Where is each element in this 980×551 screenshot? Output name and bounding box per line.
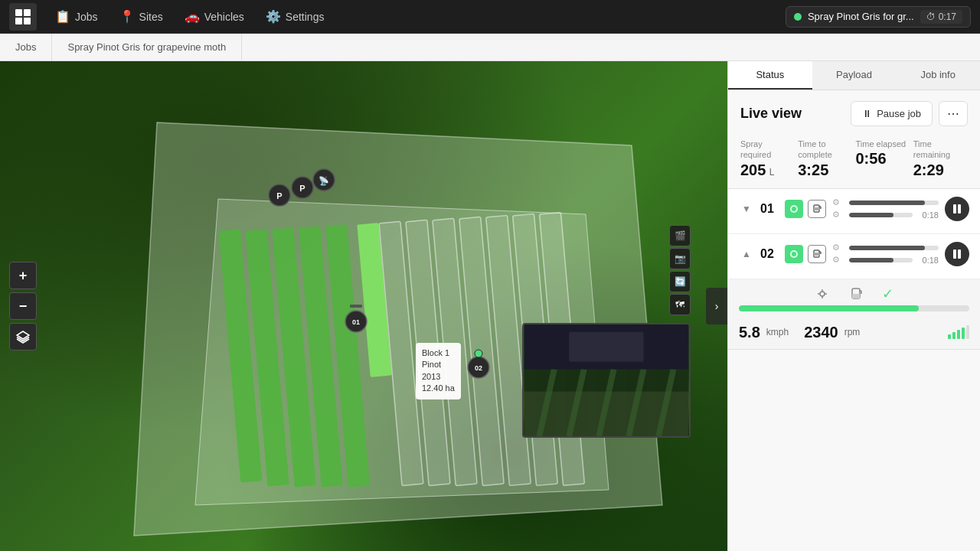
v02-bar1-wrap: ⚙: [832, 243, 939, 253]
map-area[interactable]: 01 02 P P 📡: [0, 61, 727, 551]
nav-jobs[interactable]: 📋 Jobs: [46, 5, 107, 28]
svg-rect-56: [958, 249, 961, 259]
svg-rect-2: [15, 18, 22, 24]
checkmark-icon: ✓: [882, 285, 893, 302]
v02-speed-value: 5.8: [739, 324, 760, 341]
v02-progress: ⚙ ⚙ 0:18: [832, 243, 939, 265]
v02-speed-stats: 5.8 kmph 2340 rpm: [728, 318, 980, 349]
v01-bar1-bg: [849, 201, 939, 205]
camera-image: [524, 324, 689, 436]
top-nav: 📋 Jobs 📍 Sites 🚗 Vehicles ⚙️ Settings Sp…: [0, 0, 980, 34]
v01-expand-chevron[interactable]: ▼: [739, 201, 754, 217]
drone-camera-feed: [522, 323, 691, 438]
v02-expand-chevron[interactable]: ▲: [739, 246, 754, 262]
svg-rect-40: [569, 332, 643, 362]
v02-rpm-unit: rpm: [844, 327, 861, 337]
timer-icon: ⏱: [926, 11, 936, 22]
tab-payload[interactable]: Payload: [812, 61, 897, 90]
v01-bar2-fill: [849, 213, 893, 217]
signal-bar-1: [948, 334, 951, 339]
v01-time-label: 0:18: [917, 210, 939, 220]
tab-status[interactable]: Status: [728, 61, 812, 90]
nav-settings[interactable]: ⚙️ Settings: [256, 5, 334, 28]
layers-icon: [16, 330, 30, 344]
tab-job-info[interactable]: Job info: [896, 61, 980, 90]
live-view-header: Live view ⏸ Pause job ⋯: [728, 90, 980, 132]
v01-bar2-icon: ⚙: [832, 210, 844, 220]
vehicles-icon: 🚗: [185, 9, 200, 24]
v01-pause-btn[interactable]: [945, 197, 969, 221]
tab-payload-label: Payload: [836, 69, 872, 80]
ttc-label: Time to complete: [798, 139, 852, 161]
v02-full-progress: [728, 305, 980, 318]
more-options-button[interactable]: ⋯: [939, 101, 968, 126]
svg-point-50: [792, 252, 796, 256]
vehicle-row-01: ▼ 01: [728, 189, 980, 234]
svg-point-24: [475, 350, 482, 357]
field-overlay: 01 02 P P 📡: [0, 61, 727, 551]
map-expand-arrow[interactable]: ›: [706, 288, 727, 324]
v02-fuel-icon: [808, 245, 826, 263]
active-job-indicator[interactable]: Spray Pinot Gris for gr... ⏱ 0:17: [786, 6, 971, 28]
logo: [9, 3, 37, 31]
breadcrumb-detail-label: Spray Pinot Gris for grapevine moth: [67, 41, 226, 53]
v01-bar1-fill: [849, 201, 925, 205]
active-indicator-dot: [794, 13, 802, 21]
camera-btn-switch[interactable]: 🔄: [669, 271, 691, 292]
stat-time-to-complete: Time to complete 3:25: [798, 139, 852, 179]
v02-icons: [785, 245, 826, 263]
live-view-title: Live view: [740, 106, 802, 122]
pause-icon-01: [952, 204, 962, 214]
fuel-icon-02: [812, 249, 822, 259]
main-layout: 01 02 P P 📡: [0, 61, 980, 551]
v02-expand-icons: ✓: [728, 279, 980, 305]
v01-status-icon: [785, 200, 803, 218]
marker-signal: 📡: [313, 169, 335, 191]
nav-sites-label: Sites: [139, 11, 163, 23]
spray-label: Spray required: [740, 139, 795, 161]
v02-speed-unit: kmph: [766, 327, 789, 337]
fuel-icon-01: [812, 204, 822, 214]
zoom-in-button[interactable]: +: [9, 262, 37, 289]
v02-num: 02: [760, 247, 779, 261]
v02-full-progress-fill: [739, 305, 919, 311]
nav-sites[interactable]: 📍 Sites: [110, 5, 172, 28]
v02-time-label: 0:18: [917, 256, 939, 265]
v01-header: ▼ 01: [739, 197, 969, 221]
v01-bar1-icon: ⚙: [832, 197, 844, 207]
breadcrumb-bar: Jobs Spray Pinot Gris for grapevine moth: [0, 34, 980, 61]
signal-bar-5: [966, 325, 969, 339]
elapsed-value: 0:56: [856, 149, 910, 168]
v02-rpm-value: 2340: [804, 324, 838, 341]
v02-spray-icon: [789, 249, 799, 259]
v02-bar2-bg: [849, 258, 913, 262]
pause-btn-label: Pause job: [877, 108, 921, 119]
v01-fuel-icon: [808, 200, 826, 218]
remaining-value: 2:29: [913, 161, 968, 179]
svg-rect-52: [814, 253, 819, 256]
v01-icons: [785, 200, 826, 218]
stat-time-elapsed: Time elapsed 0:56: [856, 139, 910, 179]
v02-bar1-icon: ⚙: [832, 243, 844, 253]
v02-bar1-bg: [849, 246, 939, 250]
v02-pause-btn[interactable]: [945, 242, 969, 266]
camera-btn-photo[interactable]: 📷: [669, 248, 691, 269]
camera-btn-map[interactable]: 🗺: [669, 294, 691, 315]
v02-signal-bars: [948, 325, 969, 339]
layers-button[interactable]: [9, 323, 37, 350]
spray-nozzle-icon: [815, 286, 830, 302]
nozzle-svg: [815, 286, 830, 302]
nav-vehicles[interactable]: 🚗 Vehicles: [175, 5, 253, 28]
camera-btn-record[interactable]: 🎬: [669, 225, 691, 246]
breadcrumb-job-detail[interactable]: Spray Pinot Gris for grapevine moth: [52, 34, 242, 60]
marker-p1: P: [269, 184, 290, 206]
breadcrumb-jobs[interactable]: Jobs: [0, 34, 52, 60]
svg-rect-21: [350, 305, 362, 308]
svg-text:01: 01: [352, 318, 360, 326]
tab-status-label: Status: [756, 69, 784, 80]
zoom-out-button[interactable]: −: [9, 292, 37, 320]
svg-point-42: [792, 207, 796, 211]
pause-job-button[interactable]: ⏸ Pause job: [851, 101, 933, 126]
timer-badge: ⏱ 0:17: [920, 10, 962, 24]
tank-svg: [848, 286, 864, 302]
